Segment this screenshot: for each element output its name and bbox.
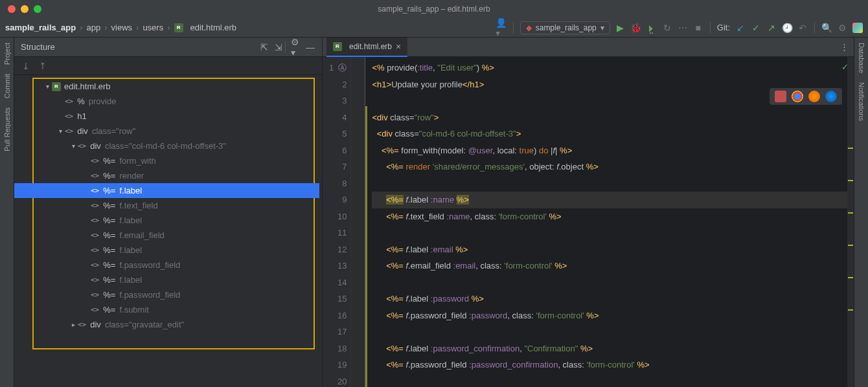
git-push-icon[interactable]: ↗ xyxy=(766,23,777,33)
tab-edit-html-erb[interactable]: edit.html.erb × xyxy=(326,38,407,57)
minimize-window-icon[interactable] xyxy=(21,5,29,13)
code-line[interactable]: <%= f.password_field :password, class: '… xyxy=(372,307,854,324)
window-title: sample_rails_app – edit.html.erb xyxy=(378,5,490,14)
code-line[interactable]: <%= f.label :password_confirmation, "Con… xyxy=(372,340,854,357)
structure-header: Structure ⇱ ⇲ ⚙ ▾ — xyxy=(14,38,322,57)
titlebar: sample_rails_app – edit.html.erb xyxy=(0,0,868,18)
code-line[interactable]: <%= f.email_field :email, class: 'form-c… xyxy=(372,258,854,274)
tool-project[interactable]: Project xyxy=(3,43,11,65)
autoscroll-from-source-icon[interactable]: ⤒ xyxy=(38,61,48,71)
firefox-icon[interactable] xyxy=(808,91,820,102)
code-line[interactable] xyxy=(372,324,854,340)
zoom-window-icon[interactable] xyxy=(34,5,41,13)
close-window-icon[interactable] xyxy=(8,5,16,13)
tool-database[interactable]: Database xyxy=(858,43,865,73)
editor: edit.html.erb × ⋮ 1 Ⓐ2345678910111213141… xyxy=(323,38,854,387)
rubymine-preview-icon[interactable] xyxy=(775,91,786,102)
editor-tabs: edit.html.erb × ⋮ xyxy=(323,38,854,57)
code-line[interactable]: <%= f.label :email %> xyxy=(372,241,854,258)
structure-title: Structure xyxy=(21,42,55,52)
code-line[interactable] xyxy=(372,175,854,192)
erb-file-icon xyxy=(333,42,342,51)
attach-icon[interactable]: ⋯ xyxy=(678,23,688,33)
git-rollback-icon[interactable]: ↶ xyxy=(797,23,808,33)
structure-node[interactable]: ▾<>divclass="row" xyxy=(14,124,319,138)
tool-pull-requests[interactable]: Pull Requests xyxy=(3,107,11,151)
structure-node[interactable]: <>%=f.label xyxy=(14,243,319,258)
structure-node[interactable]: <>%provide xyxy=(14,94,319,109)
code-line[interactable] xyxy=(372,225,854,241)
structure-panel: Structure ⇱ ⇲ ⚙ ▾ — ⤓ ⤒ ▾edit.html.erb<>… xyxy=(14,38,323,387)
structure-node[interactable]: <>%=f.text_field xyxy=(14,198,319,213)
tool-commit[interactable]: Commit xyxy=(3,74,11,98)
breadcrumb-item[interactable]: users xyxy=(143,23,163,32)
structure-node[interactable]: <>%=f.password_field xyxy=(14,287,319,302)
close-tab-icon[interactable]: × xyxy=(396,41,401,52)
code-line[interactable]: <div class="col-md-6 col-md-offset-3"> xyxy=(372,126,854,142)
code-line[interactable]: <%= f.text_field :name, class: 'form-con… xyxy=(372,208,854,225)
erb-file-icon xyxy=(174,23,183,32)
main-toolbar: sample_rails_app › app › views › users ›… xyxy=(0,18,868,38)
collapse-all-icon[interactable]: ⇲ xyxy=(273,42,284,52)
structure-node[interactable]: <>%=f.email_field xyxy=(14,228,319,243)
code-line[interactable]: <%= form_with(model: @user, local: true)… xyxy=(372,142,854,159)
code-area[interactable]: 1 Ⓐ234567891011121314151617181920 <% pro… xyxy=(323,57,854,387)
structure-node[interactable]: <>%=form_with xyxy=(14,153,319,168)
code-line[interactable]: <% provide(:title, "Edit user") %> xyxy=(372,60,854,76)
structure-node[interactable]: ▸<>divclass="gravatar_edit" xyxy=(14,317,319,332)
git-update-icon[interactable]: ↙ xyxy=(735,23,746,33)
profile-icon[interactable]: ↻ xyxy=(662,23,672,33)
search-icon[interactable]: 🔍 xyxy=(821,23,832,33)
structure-node[interactable]: <>%=f.label xyxy=(14,183,319,198)
chrome-icon[interactable] xyxy=(792,91,803,102)
error-stripe[interactable] xyxy=(847,57,854,387)
breadcrumb-item[interactable]: app xyxy=(86,23,100,32)
tab-more-icon[interactable]: ⋮ xyxy=(840,42,849,52)
git-history-icon[interactable]: 🕘 xyxy=(782,23,792,33)
code-line[interactable]: <%= f.label :name %> xyxy=(372,192,854,208)
structure-subheader: ⤓ ⤒ xyxy=(14,57,322,75)
structure-tree[interactable]: ▾edit.html.erb<>%provide<>h1▾<>divclass=… xyxy=(14,75,322,336)
run-config-label: sample_rails_app xyxy=(536,23,597,32)
git-commit-icon[interactable]: ✓ xyxy=(751,23,761,33)
fold-gutter[interactable] xyxy=(351,57,365,387)
expand-all-icon[interactable]: ⇱ xyxy=(259,42,269,52)
structure-node[interactable]: ▾edit.html.erb xyxy=(14,79,319,94)
code-line[interactable]: <%= render 'shared/error_messages', obje… xyxy=(372,159,854,175)
settings-icon[interactable]: ⚙ xyxy=(837,23,847,33)
structure-node[interactable]: <>%=render xyxy=(14,168,319,183)
tool-notifications[interactable]: Notifications xyxy=(858,82,865,121)
code-line[interactable] xyxy=(372,274,854,291)
coverage-icon[interactable]: ⏵̤ xyxy=(646,23,657,33)
structure-node[interactable]: ▾<>divclass="col-md-6 col-md-offset-3" xyxy=(14,138,319,153)
code-line[interactable]: <%= f.password_field :password_confirmat… xyxy=(372,357,854,373)
ide-logo-icon[interactable] xyxy=(852,23,863,33)
erb-file-icon xyxy=(52,82,61,91)
code-line[interactable]: <div class="row"> xyxy=(372,109,854,126)
breadcrumb-root[interactable]: sample_rails_app xyxy=(5,23,76,32)
breadcrumb-item[interactable]: views xyxy=(111,23,133,32)
autoscroll-to-source-icon[interactable]: ⤓ xyxy=(21,61,31,71)
run-configuration[interactable]: ◆ sample_rails_app ▾ xyxy=(520,21,610,34)
line-number-gutter[interactable]: 1 Ⓐ234567891011121314151617181920 xyxy=(323,57,351,387)
code-line[interactable] xyxy=(372,373,854,388)
structure-node[interactable]: <>%=f.label xyxy=(14,272,319,287)
structure-node[interactable]: <>%=f.label xyxy=(14,213,319,228)
breadcrumbs[interactable]: sample_rails_app › app › views › users ›… xyxy=(5,23,236,32)
left-tool-strip: Project Commit Pull Requests xyxy=(0,38,14,387)
debug-icon[interactable]: 🐞 xyxy=(631,23,641,33)
code-line[interactable]: <%= f.label :password %> xyxy=(372,291,854,307)
browser-preview-icons xyxy=(770,88,842,105)
hide-panel-icon[interactable]: — xyxy=(305,42,315,52)
user-icon[interactable]: 👤▾ xyxy=(496,23,507,33)
structure-node[interactable]: <>%=f.password_field xyxy=(14,258,319,272)
code-content[interactable]: <% provide(:title, "Edit user") %><h1>Up… xyxy=(365,57,854,387)
run-icon[interactable]: ▶ xyxy=(615,23,626,33)
tab-label: edit.html.erb xyxy=(349,42,392,51)
breadcrumb-file[interactable]: edit.html.erb xyxy=(190,23,237,32)
stop-icon[interactable]: ■ xyxy=(693,23,703,33)
structure-node[interactable]: <>h1 xyxy=(14,109,319,124)
structure-node[interactable]: <>%=f.submit xyxy=(14,302,319,317)
panel-settings-icon[interactable]: ⚙ ▾ xyxy=(291,42,301,52)
safari-icon[interactable] xyxy=(825,91,837,102)
